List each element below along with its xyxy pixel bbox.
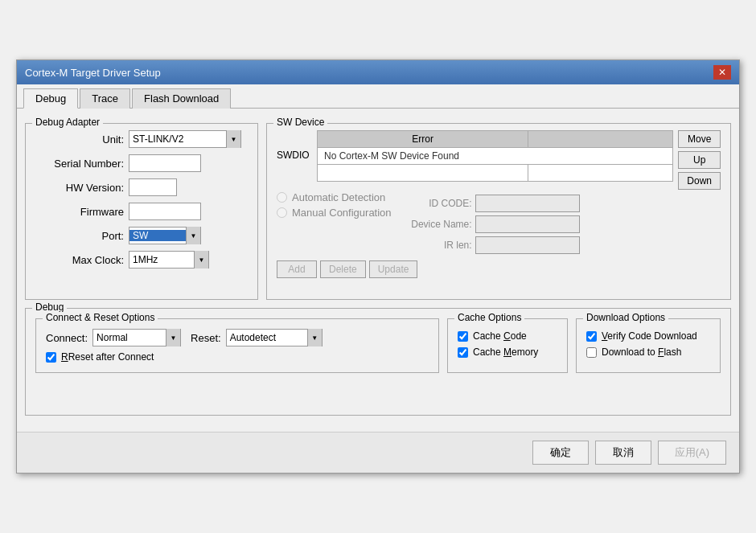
top-row: Debug Adapter Unit: ST-LINK/V2 ▼ Serial … [25,117,731,300]
download-flash-label: Download to Flash [602,346,681,358]
ir-len-row: IR len: [408,236,580,254]
manual-config-label: Manual Configuration [292,207,392,219]
serial-label: Serial Number: [35,158,124,170]
ok-button[interactable]: 确定 [532,441,589,465]
apply-button[interactable]: 应用(A) [658,441,726,465]
unit-dropdown[interactable]: ST-LINK/V2 ▼ [129,130,241,148]
reset-after-checkbox[interactable] [46,352,56,363]
cache-memory-checkbox[interactable] [458,347,468,358]
table-row: No Cortex-M SW Device Found [318,148,673,165]
swdio-label: SWDIO [277,150,313,161]
footer: 确定 取消 应用(A) [17,432,739,473]
cache-code-label: Cache Code [473,330,527,342]
table-col2 [528,131,673,148]
bottom-row: Debug Connect & Reset Options Connect: N… [25,308,731,416]
debug-adapter-group: Debug Adapter Unit: ST-LINK/V2 ▼ Serial … [25,123,258,300]
unit-row: Unit: ST-LINK/V2 ▼ [35,130,248,148]
cache-code-checkbox[interactable] [458,331,468,342]
max-clock-dropdown-arrow[interactable]: ▼ [194,251,208,269]
device-name-input[interactable] [475,215,580,233]
tab-debug[interactable]: Debug [23,88,78,109]
connect-reset-box: Connect & Reset Options Connect: Normal … [35,318,439,373]
max-clock-value: 1MHz [129,254,194,265]
reset-after-label: RReset after Connect [61,351,154,363]
cache-options-title: Cache Options [454,312,524,323]
debug-group: Debug Connect & Reset Options Connect: N… [25,308,731,416]
unit-value: ST-LINK/V2 [129,133,226,145]
hw-input[interactable]: V2 [129,178,177,196]
tab-trace[interactable]: Trace [80,88,130,109]
connect-reset-title: Connect & Reset Options [43,312,158,323]
reset-dropdown[interactable]: Autodetect ▼ [226,329,323,346]
swdio-table-wrap: SWDIO Error [277,130,673,187]
cache-memory-label: Cache Memory [473,346,538,358]
sw-device-table: Error No Cortex-M SW Device Found [317,130,673,182]
debug-adapter-title: Debug Adapter [32,117,103,128]
cancel-button[interactable]: 取消 [595,441,651,465]
device-name-row: Device Name: [408,215,580,233]
cache-options-box: Cache Options Cache Code Cache Memory [447,318,568,373]
connect-dropdown-arrow[interactable]: ▼ [166,329,180,346]
port-dropdown-arrow[interactable]: ▼ [186,227,200,244]
table-col1: Error [318,131,528,148]
firmware-label: Firmware [35,206,124,218]
id-code-label: ID CODE: [408,198,472,209]
firmware-input[interactable]: V2J17S0 [129,203,201,220]
title-bar: Cortex-M Target Driver Setup ✕ [17,60,739,84]
sw-device-group: SW Device SWDIO [266,123,731,300]
add-button[interactable]: Add [277,260,317,278]
unit-label: Unit: [35,133,124,146]
up-button[interactable]: Up [678,151,721,169]
sw-main-area: SWDIO Error [277,130,673,278]
id-code-input[interactable] [475,195,580,212]
port-label: Port: [35,230,124,242]
cache-code-row: Cache Code [458,330,557,342]
max-clock-row: Max Clock: 1MHz ▼ [35,251,248,269]
id-fields: ID CODE: Device Name: IR len: [408,195,580,254]
verify-label: Verify Code Download [602,330,697,342]
verify-checkbox[interactable] [586,331,597,342]
reset-value: Autodetect [227,332,307,343]
serial-input[interactable]: N/A [129,154,201,172]
error-message: No Cortex-M SW Device Found [318,148,673,165]
table-row-empty [318,165,673,182]
down-button[interactable]: Down [678,172,721,190]
move-button[interactable]: Move [678,130,721,148]
main-content: Debug Adapter Unit: ST-LINK/V2 ▼ Serial … [17,109,739,424]
unit-dropdown-arrow[interactable]: ▼ [226,130,240,148]
firmware-row: Firmware V2J17S0 [35,203,248,220]
download-flash-row: Download to Flash [586,346,710,358]
port-dropdown[interactable]: SW ▼ [129,227,201,244]
sw-right-buttons: Move Up Down [678,130,721,278]
hw-label: HW Version: [35,182,124,194]
reset-label: Reset: [191,332,221,344]
tab-bar: Debug Trace Flash Download [17,84,739,109]
delete-button[interactable]: Delete [320,260,366,278]
tab-flash-download[interactable]: Flash Download [132,88,231,109]
connect-value: Normal [93,332,166,343]
hw-row: HW Version: V2 [35,178,248,196]
port-row: Port: SW ▼ [35,227,248,244]
manual-config-radio[interactable] [277,207,287,218]
close-button[interactable]: ✕ [713,65,731,80]
id-code-row: ID CODE: [408,195,580,212]
update-button[interactable]: Update [369,260,418,278]
connect-row: Connect: Normal ▼ Reset: Autodetect ▼ [46,329,429,346]
reset-after-row: RReset after Connect [46,351,429,363]
max-clock-label: Max Clock: [35,254,124,266]
ir-len-label: IR len: [408,240,472,251]
download-options-title: Download Options [583,312,668,323]
ir-len-input[interactable] [475,236,580,254]
debug-group-title: Debug [32,301,67,313]
auto-detect-row: Automatic Detection [277,191,392,203]
reset-dropdown-arrow[interactable]: ▼ [307,329,322,346]
download-flash-checkbox[interactable] [586,347,597,358]
port-value: SW [129,230,186,241]
auto-detect-label: Automatic Detection [292,191,385,203]
mid-section: Automatic Detection Manual Configuration [277,187,673,254]
window-title: Cortex-M Target Driver Setup [25,67,161,79]
auto-detect-radio[interactable] [277,192,287,203]
connect-dropdown[interactable]: Normal ▼ [92,329,181,346]
max-clock-dropdown[interactable]: 1MHz ▼ [129,251,209,269]
serial-row: Serial Number: N/A [35,154,248,172]
